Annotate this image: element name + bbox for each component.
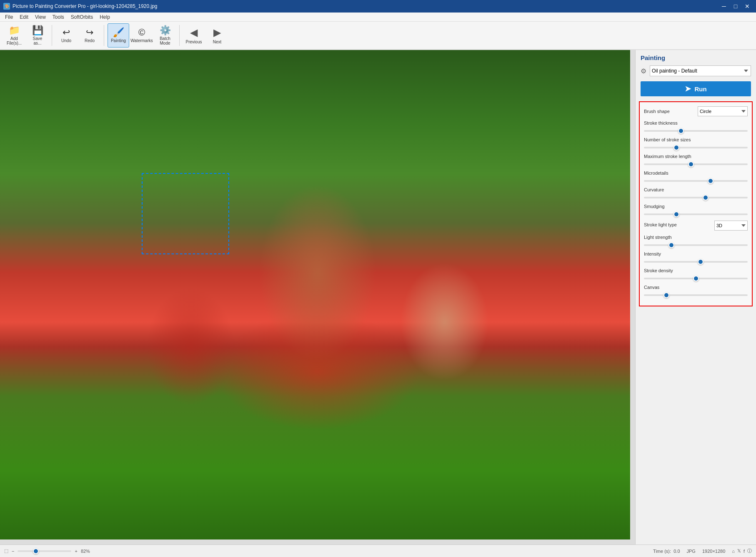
menu-view[interactable]: View bbox=[32, 13, 49, 21]
painting-icon: 🖌️ bbox=[113, 28, 124, 37]
zoom-level: 82% bbox=[81, 549, 90, 554]
redo-label: Redo bbox=[85, 38, 95, 43]
status-left: ⬚ − + 82% bbox=[4, 548, 90, 554]
horizontal-scrollbar[interactable] bbox=[0, 539, 630, 544]
girl-overlay bbox=[0, 50, 635, 544]
presets-icon: ⚙ bbox=[641, 67, 646, 75]
brush-shape-row: Brush shape Circle Square Diamond Flat bbox=[644, 106, 748, 116]
save-icon: 💾 bbox=[32, 26, 43, 35]
batch-icon: ⚙️ bbox=[160, 26, 171, 35]
settings-panel: Brush shape Circle Square Diamond Flat S… bbox=[639, 101, 753, 306]
watermarks-button[interactable]: © Watermarks bbox=[131, 23, 153, 48]
canvas-row: Canvas bbox=[644, 285, 748, 297]
max-stroke-length-label: Maximum stroke length bbox=[644, 154, 748, 159]
stroke-density-slider[interactable] bbox=[644, 278, 748, 279]
microdetails-label: Microdetails bbox=[644, 171, 748, 176]
vertical-scrollbar[interactable] bbox=[630, 50, 635, 544]
maximize-button[interactable]: □ bbox=[730, 2, 741, 10]
run-arrow-icon: ➤ bbox=[685, 84, 691, 93]
menu-bar: File Edit View Tools SoftOrbits Help bbox=[0, 13, 756, 22]
watermarks-label: Watermarks bbox=[130, 38, 153, 43]
microdetails-row: Microdetails bbox=[644, 171, 748, 183]
undo-icon: ↩ bbox=[63, 28, 70, 37]
light-strength-slider[interactable] bbox=[644, 244, 748, 246]
stroke-thickness-slider[interactable] bbox=[644, 130, 748, 132]
resolution-label: 1920×1280 bbox=[702, 549, 725, 554]
facebook-icon[interactable]: f bbox=[743, 549, 745, 554]
format-label: JPG bbox=[687, 549, 696, 554]
curvature-slider[interactable] bbox=[644, 197, 748, 198]
menu-help[interactable]: Help bbox=[96, 13, 113, 21]
previous-label: Previous bbox=[186, 40, 202, 44]
close-button[interactable]: ✕ bbox=[742, 2, 753, 10]
zoom-out-icon[interactable]: − bbox=[12, 549, 14, 554]
menu-file[interactable]: File bbox=[2, 13, 16, 21]
canvas-slider[interactable] bbox=[644, 294, 748, 296]
batch-mode-button[interactable]: ⚙️ BatchMode bbox=[154, 23, 176, 48]
smudging-slider[interactable] bbox=[644, 213, 748, 215]
presets-row: ⚙ Oil painting - Default Watercolor Sket… bbox=[636, 64, 756, 80]
batch-label: BatchMode bbox=[160, 36, 170, 45]
status-bar: ⬚ − + 82% Time (s): 0.0 JPG 1920×1280 ⌂ … bbox=[0, 544, 756, 557]
redo-icon: ↪ bbox=[86, 28, 93, 37]
select-tool-icon[interactable]: ⬚ bbox=[4, 548, 8, 554]
zoom-slider[interactable] bbox=[18, 550, 71, 552]
canvas-label: Canvas bbox=[644, 285, 748, 290]
panel-title: Painting bbox=[636, 50, 756, 64]
painting-label: Painting bbox=[111, 38, 126, 43]
zoom-in-icon[interactable]: + bbox=[75, 549, 77, 554]
stroke-light-type-select[interactable]: 3D 2D None bbox=[714, 221, 748, 231]
undo-button[interactable]: ↩ Undo bbox=[55, 23, 77, 48]
previous-icon: ◀ bbox=[190, 27, 198, 38]
canvas-area[interactable] bbox=[0, 50, 635, 544]
home-icon[interactable]: ⌂ bbox=[732, 549, 735, 554]
title-bar-controls[interactable]: ─ □ ✕ bbox=[718, 2, 753, 10]
painting-button[interactable]: 🖌️ Painting bbox=[108, 23, 129, 48]
curvature-label: Curvature bbox=[644, 187, 748, 192]
next-label: Next bbox=[213, 40, 222, 44]
info-icon[interactable]: ⓘ bbox=[747, 548, 752, 554]
separator-2 bbox=[104, 25, 104, 46]
menu-edit[interactable]: Edit bbox=[16, 13, 32, 21]
stroke-density-label: Stroke density bbox=[644, 268, 748, 273]
max-stroke-length-row: Maximum stroke length bbox=[644, 154, 748, 166]
redo-button[interactable]: ↪ Redo bbox=[79, 23, 100, 48]
intensity-slider[interactable] bbox=[644, 261, 748, 263]
number-stroke-sizes-slider[interactable] bbox=[644, 147, 748, 148]
number-stroke-sizes-label: Number of stroke sizes bbox=[644, 137, 748, 142]
smudging-label: Smudging bbox=[644, 204, 748, 209]
add-files-icon: 📁 bbox=[9, 26, 20, 35]
separator-1 bbox=[52, 25, 52, 46]
light-strength-label: Light strength bbox=[644, 235, 748, 240]
presets-select[interactable]: Oil painting - Default Watercolor Sketch… bbox=[650, 65, 751, 76]
stroke-light-type-label: Stroke light type bbox=[644, 222, 677, 227]
intensity-label: Intensity bbox=[644, 251, 748, 256]
light-strength-row: Light strength bbox=[644, 235, 748, 247]
stroke-thickness-label: Stroke thickness bbox=[644, 120, 748, 125]
brush-shape-select[interactable]: Circle Square Diamond Flat bbox=[698, 106, 748, 116]
watermarks-icon: © bbox=[138, 28, 145, 37]
next-button[interactable]: ▶ Next bbox=[206, 23, 228, 48]
save-label: Saveas... bbox=[33, 36, 43, 45]
smudging-row: Smudging bbox=[644, 204, 748, 216]
twitter-icon[interactable]: 𝕏 bbox=[737, 548, 741, 554]
run-button[interactable]: ➤ Run bbox=[641, 81, 751, 96]
intensity-row: Intensity bbox=[644, 251, 748, 264]
time-display: Time (s): 0.0 bbox=[653, 549, 680, 554]
separator-3 bbox=[179, 25, 180, 46]
previous-button[interactable]: ◀ Previous bbox=[183, 23, 205, 48]
max-stroke-length-slider[interactable] bbox=[644, 163, 748, 165]
number-stroke-sizes-row: Number of stroke sizes bbox=[644, 137, 748, 150]
stroke-light-type-row: Stroke light type 3D 2D None bbox=[644, 221, 748, 231]
add-files-label: AddFile(s)... bbox=[7, 36, 22, 45]
save-button[interactable]: 💾 Saveas... bbox=[27, 23, 48, 48]
menu-softorbits[interactable]: SoftOrbits bbox=[68, 13, 96, 21]
undo-label: Undo bbox=[61, 38, 71, 43]
menu-tools[interactable]: Tools bbox=[49, 13, 68, 21]
right-panel: Painting ⚙ Oil painting - Default Waterc… bbox=[635, 50, 756, 544]
stroke-density-row: Stroke density bbox=[644, 268, 748, 281]
minimize-button[interactable]: ─ bbox=[718, 2, 729, 10]
main-layout: Painting ⚙ Oil painting - Default Waterc… bbox=[0, 50, 756, 544]
microdetails-slider[interactable] bbox=[644, 180, 748, 182]
add-files-button[interactable]: 📁 AddFile(s)... bbox=[3, 23, 25, 48]
